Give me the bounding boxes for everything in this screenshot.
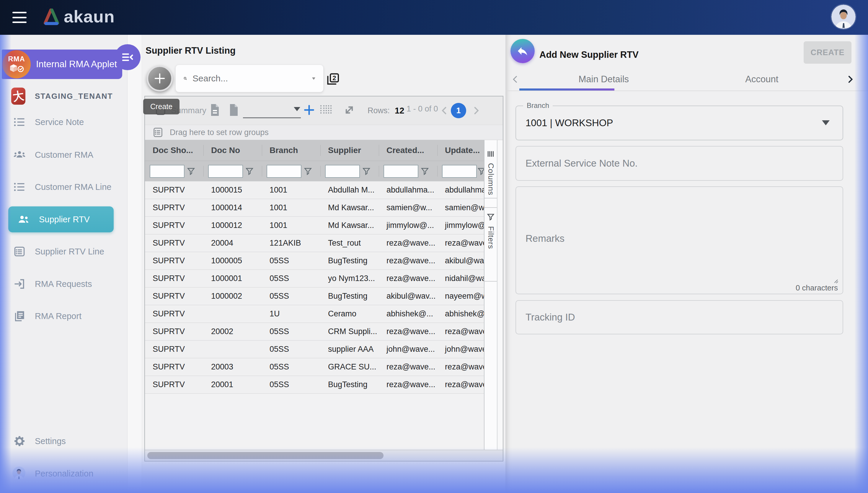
vertical-scrollbar[interactable] — [497, 140, 503, 450]
table-cell: SUPRTV — [145, 292, 203, 301]
horizontal-scrollbar-thumb[interactable] — [147, 452, 384, 459]
table-cell: 1000015 — [203, 186, 262, 195]
filter-list-icon[interactable] — [312, 73, 316, 84]
app-window: akaun RMA — [0, 0, 868, 493]
tab-main-details[interactable]: Main Details — [525, 74, 683, 85]
export-document-icon[interactable] — [207, 103, 222, 117]
table-cell: 05SS — [262, 256, 320, 265]
column-filter-icon[interactable] — [245, 167, 254, 176]
column-header-branch[interactable]: Branch — [262, 140, 320, 161]
table-row[interactable]: SUPRTV10000141001Md Kawsar...samien@w...… — [145, 199, 484, 217]
table-row[interactable]: SUPRTV2000105SSBugTestingreza@wave...rez… — [145, 376, 484, 394]
column-filter-input[interactable] — [208, 165, 243, 178]
create-button[interactable]: CREATE — [804, 41, 851, 64]
next-page-icon[interactable] — [471, 105, 482, 116]
hamburger-menu-icon[interactable] — [13, 12, 27, 23]
column-header-update[interactable]: Update... — [437, 140, 484, 161]
table-cell: SUPRTV — [145, 203, 203, 212]
sidebar-item-staging-tenant[interactable]: 大STAGING_TENANT — [13, 87, 120, 105]
previous-page-icon[interactable] — [439, 105, 450, 116]
branch-select-field[interactable]: Branch 1001 | WORKSHOP — [516, 106, 843, 141]
table-row[interactable]: SUPRTV05SSsupplier AAAjohn@wave...john@w… — [145, 341, 484, 358]
sidebar-item-service-note[interactable]: Service Note — [13, 113, 120, 131]
table-cell: reza@wave — [437, 380, 484, 389]
table-cell: reza@wave... — [379, 327, 437, 336]
column-filter-icon[interactable] — [362, 167, 371, 176]
add-icon[interactable] — [303, 104, 316, 116]
table-row[interactable]: SUPRTV100000205SSBugTestingakibul@wav...… — [145, 287, 484, 305]
table-cell: reza@wave... — [379, 362, 437, 371]
sidebar-item-supplier-rtv[interactable]: Supplier RTV — [8, 207, 114, 232]
side-tab-filters[interactable]: Filters — [484, 207, 497, 282]
table-cell: BugTesting — [320, 380, 379, 389]
current-page-badge[interactable]: 1 — [451, 103, 466, 118]
remarks-field[interactable]: Remarks 0 characters — [516, 186, 843, 294]
table-row[interactable]: SUPRTV100000505SSBugTestingreza@wave...a… — [145, 252, 484, 270]
resize-handle-icon[interactable] — [830, 275, 839, 284]
sidebar-item-customer-rma[interactable]: Customer RMA — [13, 146, 120, 164]
filter-cell — [262, 161, 320, 181]
column-header-doc-sho[interactable]: Doc Sho... — [145, 140, 203, 161]
table-row[interactable]: SUPRTV2000305SSGRACE SU...reza@wave...re… — [145, 358, 484, 376]
search-input[interactable] — [192, 73, 307, 84]
side-tab-columns[interactable]: Columns — [484, 145, 497, 198]
sidebar-item-supplier-rtv-line[interactable]: Supplier RTV Line — [13, 243, 120, 260]
tabs-scroll-left[interactable] — [506, 74, 525, 84]
svg-text:2: 2 — [332, 74, 336, 82]
sidebar-item-personalization[interactable]: Personalization — [13, 465, 120, 483]
column-header-supplier[interactable]: Supplier — [320, 140, 379, 161]
table-row[interactable]: SUPRTV1UCeramoabhishek@...abhishek@. — [145, 305, 484, 323]
table-row[interactable]: SUPRTV20004121AKIBTest_routreza@wave...r… — [145, 234, 484, 252]
column-filter-input[interactable] — [442, 165, 477, 178]
sidebar-item-label: Customer RMA Line — [35, 182, 112, 192]
table-row[interactable]: SUPRTV10000151001Abdullah M...abdullahma… — [145, 181, 484, 199]
tab-account[interactable]: Account — [683, 74, 841, 85]
external-service-note-field[interactable]: External Service Note No. — [516, 146, 843, 181]
expand-icon[interactable] — [342, 103, 356, 117]
blank-document-icon[interactable] — [226, 103, 241, 117]
user-avatar[interactable] — [831, 5, 855, 29]
switch-view-icon[interactable]: 2 — [326, 72, 340, 86]
gear-icon — [13, 434, 26, 448]
table-cell: 121AKIB — [262, 238, 320, 248]
tabs-scroll-right[interactable] — [841, 74, 860, 84]
sidebar-item-settings[interactable]: Settings — [13, 432, 120, 450]
column-filter-input[interactable] — [267, 165, 301, 178]
toolbar-select[interactable] — [243, 97, 301, 118]
column-header-doc-no[interactable]: Doc No — [203, 140, 262, 161]
sidebar-item-customer-rma-line[interactable]: Customer RMA Line — [13, 178, 120, 196]
table-cell: john@wave — [437, 345, 484, 354]
applet-banner[interactable]: RMA Internal RMA Applet — [2, 49, 122, 79]
table-cell: 05SS — [262, 292, 320, 301]
tracking-id-field[interactable]: Tracking ID — [516, 300, 843, 335]
table-row[interactable]: SUPRTV100000105SSyo Nym123...reza@wave..… — [145, 270, 484, 287]
table-cell: Md Kawsar... — [320, 203, 379, 212]
grid-columns-area: Doc Sho...Doc NoBranchSupplierCreated...… — [145, 140, 484, 450]
column-filter-input[interactable] — [325, 165, 360, 178]
character-count: 0 characters — [796, 283, 838, 293]
rma-applet-icon: RMA — [2, 50, 31, 79]
column-filter-icon[interactable] — [420, 167, 429, 176]
create-record-button[interactable] — [147, 65, 173, 91]
column-filter-input[interactable] — [150, 165, 184, 178]
grid-side-tabbar: Columns Filters — [484, 140, 497, 450]
tabs-divider — [506, 90, 868, 91]
grid-view-icon[interactable] — [319, 103, 333, 117]
rows-per-page-value[interactable]: 12 — [395, 97, 404, 125]
column-filter-input[interactable] — [384, 165, 418, 178]
column-filter-icon[interactable] — [303, 167, 312, 176]
table-row[interactable]: SUPRTV2000205SSCRM Suppli...reza@wave...… — [145, 323, 484, 341]
sidebar-item-rma-requests[interactable]: RMA Requests — [13, 275, 120, 293]
table-cell: SUPRTV — [145, 327, 203, 336]
back-button[interactable] — [510, 39, 535, 63]
filter-cell — [379, 161, 437, 181]
table-row[interactable]: SUPRTV10000121001Md Kawsar...jimmylow@..… — [145, 217, 484, 234]
dropdown-caret-icon[interactable] — [822, 120, 830, 125]
row-group-dropzone[interactable]: Drag here to set row groups — [145, 125, 503, 140]
sidebar-item-rma-report[interactable]: RMA Report — [13, 307, 120, 325]
filter-cell — [320, 161, 379, 181]
table-cell: Ceramo — [320, 309, 379, 318]
column-header-created[interactable]: Created... — [379, 140, 437, 161]
search-box — [175, 65, 324, 92]
column-filter-icon[interactable] — [186, 167, 196, 176]
